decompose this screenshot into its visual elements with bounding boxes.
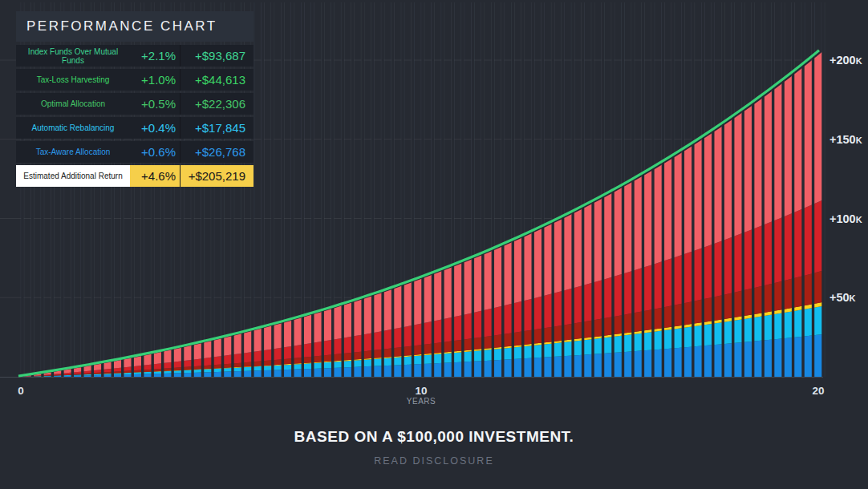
legend-row-tax-loss-harvesting: Tax-Loss Harvesting +1.0% +$44,613 — [16, 69, 254, 91]
legend-row-amount: +$44,613 — [180, 73, 254, 87]
legend-row-amount: +$93,687 — [180, 49, 254, 63]
x-axis-tick-label: 20 — [812, 385, 824, 397]
y-axis-tick-label: +100K — [829, 212, 862, 225]
legend-row-percent: +2.1% — [130, 49, 180, 63]
chart-footer: BASED ON A $100,000 INVESTMENT. READ DIS… — [0, 410, 868, 467]
legend-row-automatic-rebalancing: Automatic Rebalancing +0.4% +$17,845 — [16, 117, 254, 139]
legend-total-label: Estimated Additional Return — [16, 165, 130, 187]
legend-row-percent: +0.6% — [130, 145, 180, 159]
performance-legend-panel: PERFORMANCE CHART Index Funds Over Mutua… — [16, 11, 254, 187]
x-axis-title: YEARS — [407, 397, 436, 406]
legend-row-percent: +0.4% — [130, 121, 180, 135]
legend-row-label: Optimal Allocation — [16, 99, 130, 108]
legend-row-label: Index Funds Over Mutual Funds — [16, 47, 130, 65]
legend-title: PERFORMANCE CHART — [26, 18, 217, 34]
legend-row-tax-aware-allocation: Tax-Aware Allocation +0.6% +$26,768 — [16, 141, 254, 163]
x-axis-tick-label: 10 — [415, 385, 427, 397]
legend-row-label: Automatic Rebalancing — [16, 123, 130, 132]
legend-row-amount: +$26,768 — [180, 145, 254, 159]
legend-row-index-funds: Index Funds Over Mutual Funds +2.1% +$93… — [16, 45, 254, 67]
legend-row-label: Tax-Aware Allocation — [16, 148, 130, 156]
y-axis-tick-label: +150K — [829, 133, 862, 146]
legend-row-label: Tax-Loss Harvesting — [16, 75, 130, 84]
performance-chart-section: +200K+150K+100K+50K01020YEARS PERFORMANC… — [0, 0, 868, 410]
legend-row-percent: +1.0% — [130, 73, 180, 87]
legend-row-optimal-allocation: Optimal Allocation +0.5% +$22,306 — [16, 93, 254, 115]
x-axis-tick-label: 0 — [18, 385, 24, 397]
investment-basis-headline: BASED ON A $100,000 INVESTMENT. — [0, 428, 868, 446]
y-axis-tick-label: +50K — [829, 291, 856, 304]
legend-total-percent: +4.6% — [130, 165, 180, 187]
legend-total-amount: +$205,219 — [180, 165, 254, 187]
read-disclosure-link[interactable]: READ DISCLOSURE — [374, 455, 493, 467]
legend-row-amount: +$22,306 — [180, 97, 254, 111]
y-axis-tick-label: +200K — [829, 54, 862, 67]
legend-row-percent: +0.5% — [130, 97, 180, 111]
legend-row-amount: +$17,845 — [180, 121, 254, 135]
legend-row-estimated-additional-return: Estimated Additional Return +4.6% +$205,… — [16, 165, 254, 187]
legend-header: PERFORMANCE CHART — [16, 11, 254, 42]
